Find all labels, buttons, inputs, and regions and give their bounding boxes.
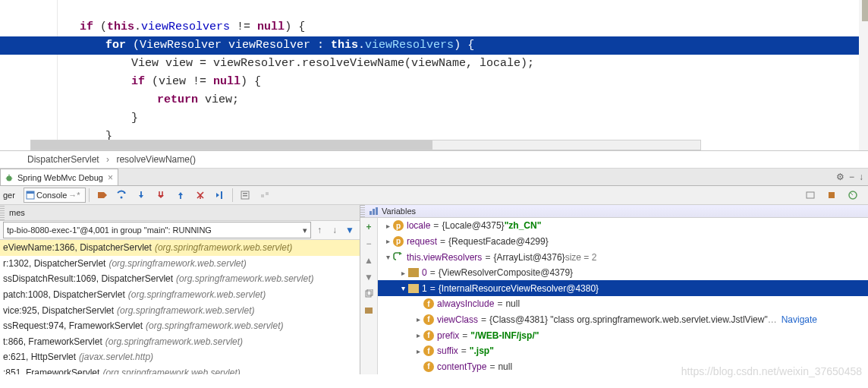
frames-list[interactable]: eViewName:1366, DispatcherServlet(org.sp… [0,240,360,374]
variables-header-label: Variables [379,207,416,216]
filter-frames-button[interactable]: ▼ [343,223,357,237]
svg-rect-22 [365,308,373,314]
array-element-icon [408,268,419,277]
variable-row[interactable]: ▾1 = {InternalResourceViewResolver@4380} [378,280,868,296]
field-kind-icon: p [393,220,404,231]
prev-frame-button[interactable]: ↑ [313,223,326,237]
show-button[interactable] [363,304,375,317]
console-icon [26,191,35,200]
next-frame-button[interactable]: ↓ [328,223,341,237]
down-button[interactable]: ▼ [363,271,375,283]
expand-icon[interactable]: ▸ [413,315,423,323]
overview-ruler[interactable] [859,0,868,150]
minus-icon[interactable]: − [849,172,854,182]
stack-frame[interactable]: patch:1008, DispatcherServlet(org.spring… [0,287,360,303]
navigate-link[interactable]: Navigate [782,314,817,325]
variables-tree[interactable]: ▸plocale = {Locale@4375} "zh_CN"▸preques… [378,218,868,374]
field-kind-icon: f [423,314,434,325]
stack-frame[interactable]: e:621, HttpServlet(javax.servlet.http) [0,349,360,365]
code-editor[interactable]: ✓ if (this.viewResolvers != null) {for (… [0,0,868,151]
expand-icon[interactable]: ▸ [413,347,423,355]
expand-icon[interactable]: ▸ [382,222,393,230]
thread-selector[interactable]: tp-bio-8080-exec-1"@4,001 in group "main… [3,222,311,238]
fold-column [23,0,58,150]
trace-button[interactable] [256,186,274,204]
scrollbar-thumb[interactable] [31,140,432,150]
frames-header-label: mes [3,208,25,217]
variable-row[interactable]: fcontentType = null [378,358,868,374]
svg-rect-5 [27,191,34,194]
debug-tab-label: Spring WebMvc Debug [17,173,103,182]
debug-tab-bar: Spring WebMvc Debug × ⚙ − ↓ [0,169,868,186]
return-icon [393,252,404,263]
stack-frame[interactable]: eViewName:1366, DispatcherServlet(org.sp… [0,240,360,256]
breadcrumb[interactable]: DispatcherServlet › resolveViewName() [0,151,868,169]
field-kind-icon: f [423,361,434,372]
variable-row[interactable]: ▸prequest = {RequestFacade@4299} [378,234,868,250]
horizontal-scrollbar[interactable] [30,140,701,150]
stack-frame[interactable]: vice:925, DispatcherServlet(org.springfr… [0,302,360,318]
drop-frame-button[interactable] [191,186,209,204]
debug-config-tab[interactable]: Spring WebMvc Debug × [0,169,118,185]
frames-panel-header[interactable]: mes [0,205,360,221]
step-out-button[interactable] [171,186,190,204]
restore-icon[interactable]: ↓ [859,172,863,182]
remove-watch-button[interactable]: − [363,238,375,250]
variables-panel-header[interactable]: Variables [360,205,868,218]
svg-rect-10 [243,193,247,194]
svg-rect-15 [829,192,835,198]
debug-tabbar-tools: ⚙ − ↓ [836,169,868,185]
gear-icon[interactable]: ⚙ [836,172,844,182]
svg-rect-14 [807,192,814,198]
code-content[interactable]: if (this.viewResolvers != null) {for (Vi… [57,0,860,146]
breadcrumb-method[interactable]: resolveViewName() [116,154,195,165]
close-icon[interactable]: × [106,172,113,183]
console-tab[interactable]: Console →* [24,188,86,203]
view-selector[interactable]: ger [3,188,22,202]
frames-toolbar: tp-bio-8080-exec-1"@4,001 in group "main… [0,221,360,240]
variable-row[interactable]: ▸0 = {ViewResolverComposite@4379} [378,265,868,281]
variables-panel: Variables + − ▲ ▼ ▸plocale = {Locale@437… [360,205,868,374]
editor-gutter: ✓ [0,0,24,150]
stack-frame[interactable]: ssDispatchResult:1069, DispatcherServlet… [0,271,360,287]
svg-point-7 [120,197,122,199]
run-to-cursor-button[interactable] [211,186,229,204]
up-button[interactable]: ▲ [363,254,375,267]
expand-icon[interactable]: ▾ [398,284,408,292]
step-into-button[interactable] [132,186,150,204]
field-kind-icon: f [423,330,434,341]
variables-icon [368,206,379,216]
debug-panels: mes tp-bio-8080-exec-1"@4,001 in group "… [0,205,868,374]
variable-row[interactable]: ▸plocale = {Locale@4375} "zh_CN" [378,218,868,234]
expand-icon[interactable]: ▸ [382,237,393,245]
svg-rect-12 [261,194,264,197]
stack-frame[interactable]: :851, FrameworkServlet(org.springframewo… [0,365,360,374]
expand-icon[interactable]: ▾ [382,253,393,261]
svg-rect-8 [221,191,222,199]
variable-row[interactable]: ▸fprefix = "/WEB-INF/jsp/" [378,327,868,343]
step-over-button[interactable] [112,186,131,204]
stack-frame[interactable]: t:866, FrameworkServlet(org.springframew… [0,334,360,350]
variable-row[interactable]: ▸fviewClass = {Class@4381} "class org.sp… [378,312,868,328]
debug-toolbar: ger Console →* [0,186,868,205]
variable-row[interactable]: ▸fsuffix = ".jsp" [378,343,868,359]
stack-frame[interactable]: ssRequest:974, FrameworkServlet(org.spri… [0,318,360,334]
pin-button[interactable] [822,186,841,204]
stack-frame[interactable]: r:1302, DispatcherServlet(org.springfram… [0,256,360,272]
svg-rect-11 [243,195,247,197]
expand-icon[interactable]: ▸ [413,331,423,339]
expand-icon[interactable]: ▸ [398,269,408,277]
copy-button[interactable] [363,288,375,300]
svg-rect-6 [98,192,104,198]
breadcrumb-separator: › [102,154,114,165]
add-watch-button[interactable]: + [363,221,375,233]
evaluate-expression-button[interactable] [236,186,254,204]
restore-layout-button[interactable] [844,186,862,204]
force-step-into-button[interactable] [152,186,170,204]
variable-row[interactable]: falwaysInclude = null [378,296,868,312]
show-execution-point-button[interactable] [93,186,111,204]
variable-row[interactable]: ▾this.viewResolvers = {ArrayList@4376} s… [378,249,868,265]
breadcrumb-class[interactable]: DispatcherServlet [27,154,99,165]
settings-button[interactable] [801,186,819,204]
array-element-icon [408,284,419,293]
